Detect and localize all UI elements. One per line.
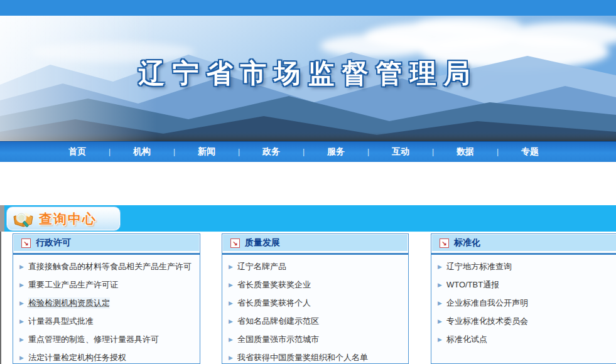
list-item: ▶检验检测机构资质认定: [19, 294, 200, 312]
nav-divider: |: [229, 147, 249, 156]
list-item: ▶直接接触食品的材料等食品相关产品生产许可: [19, 257, 200, 276]
nav-item-news[interactable]: 新闻: [185, 146, 229, 158]
list-item: ▶重点管理的制造、修理计量器具许可: [19, 330, 200, 348]
triangle-bullet-icon: ▶: [19, 264, 24, 270]
link-standardization-committee[interactable]: 专业标准化技术委员会: [446, 316, 528, 327]
link-list: ▶辽宁名牌产品 ▶省长质量奖获奖企业 ▶省长质量奖获将个人 ▶省知名品牌创建示范…: [222, 255, 408, 364]
panel-title: 质量发展: [245, 237, 280, 249]
nav-item-gov[interactable]: 政务: [249, 146, 293, 158]
panel-header: ↘ 标准化: [431, 234, 616, 252]
triangle-bullet-icon: ▶: [438, 264, 442, 270]
site-title: 辽宁省市场监督管理局: [0, 56, 616, 91]
list-item: ▶全国质量强市示范城市: [229, 330, 408, 348]
panel-title: 行政许可: [36, 237, 71, 249]
books-magnifier-icon: [12, 209, 35, 229]
link-industrial-product-license[interactable]: 重要工业产品生产许可证: [28, 279, 118, 291]
list-item: ▶我省获得中国质量奖组织和个人名单: [229, 348, 408, 364]
main-nav: 首页 | 机构 | 新闻 | 政务 | 服务 | 互动 | 数据 | 专题: [0, 141, 616, 162]
link-enterprise-standard-declaration[interactable]: 企业标准自我公开声明: [446, 297, 528, 309]
list-item: ▶辽宁地方标准查询: [438, 257, 616, 276]
link-famous-brand-demo-zone[interactable]: 省知名品牌创建示范区: [237, 316, 319, 327]
triangle-bullet-icon: ▶: [229, 282, 233, 288]
nav-divider: |: [99, 147, 120, 156]
link-list: ▶辽宁地方标准查询 ▶WTO/TBT通报 ▶企业标准自我公开声明 ▶专业标准化技…: [431, 255, 616, 348]
left-page-edge: [0, 232, 1, 364]
nav-divider: |: [358, 147, 379, 156]
nav-divider: |: [293, 147, 314, 156]
triangle-bullet-icon: ▶: [229, 336, 233, 343]
triangle-bullet-icon: ▶: [19, 300, 24, 306]
list-item: ▶企业标准自我公开声明: [438, 294, 616, 312]
panel-quality-development: ↘ 质量发展 ▶辽宁名牌产品 ▶省长质量奖获奖企业 ▶省长质量奖获将个人 ▶省知…: [222, 233, 409, 364]
list-item: ▶专业标准化技术委员会: [438, 312, 616, 330]
red-arrow-icon: ↘: [230, 238, 240, 248]
nav-item-service[interactable]: 服务: [314, 146, 358, 158]
panel-administrative-licensing: ↘ 行政许可 ▶直接接触食品的材料等食品相关产品生产许可 ▶重要工业产品生产许可…: [13, 233, 200, 364]
red-arrow-icon: ↘: [440, 238, 449, 248]
link-food-contact-materials[interactable]: 直接接触食品的材料等食品相关产品生产许可: [28, 261, 192, 272]
link-standardization-pilot[interactable]: 标准化试点: [446, 334, 487, 345]
link-national-quality-city[interactable]: 全国质量强市示范城市: [237, 334, 319, 345]
link-measuring-instrument-approval[interactable]: 计量器具型式批准: [28, 316, 94, 327]
nav-divider: |: [487, 147, 508, 156]
link-measuring-instrument-license[interactable]: 重点管理的制造、修理计量器具许可: [28, 334, 159, 345]
triangle-bullet-icon: ▶: [438, 336, 442, 343]
triangle-bullet-icon: ▶: [19, 336, 24, 343]
nav-item-special[interactable]: 专题: [508, 146, 552, 158]
nav-divider: |: [164, 147, 185, 156]
triangle-bullet-icon: ▶: [19, 318, 24, 324]
list-item: ▶辽宁名牌产品: [229, 257, 408, 276]
triangle-bullet-icon: ▶: [438, 318, 442, 324]
triangle-bullet-icon: ▶: [19, 355, 24, 361]
list-item: ▶计量器具型式批准: [19, 312, 200, 330]
tab-query-center[interactable]: 查询中心: [6, 206, 121, 231]
triangle-bullet-icon: ▶: [438, 300, 442, 306]
link-governor-quality-award-enterprises[interactable]: 省长质量奖获奖企业: [237, 279, 311, 291]
triangle-bullet-icon: ▶: [229, 318, 233, 324]
triangle-bullet-icon: ▶: [229, 264, 233, 270]
panel-standardization: ↘ 标准化 ▶辽宁地方标准查询 ▶WTO/TBT通报 ▶企业标准自我公开声明 ▶…: [431, 233, 616, 364]
panel-header: ↘ 质量发展: [222, 234, 408, 252]
left-gray-strip: [0, 205, 4, 232]
link-metrology-verification-authorization[interactable]: 法定计量检定机构任务授权: [28, 352, 126, 363]
nav-item-interact[interactable]: 互动: [379, 146, 423, 158]
triangle-bullet-icon: ▶: [19, 282, 24, 288]
nav-item-home[interactable]: 首页: [55, 146, 99, 158]
link-liaoning-famous-brand[interactable]: 辽宁名牌产品: [237, 261, 286, 272]
site-banner: 辽宁省市场监督管理局: [0, 16, 616, 141]
nav-item-data[interactable]: 数据: [443, 146, 487, 158]
triangle-bullet-icon: ▶: [229, 355, 233, 361]
list-item: ▶省长质量奖获将个人: [229, 294, 408, 312]
link-list: ▶直接接触食品的材料等食品相关产品生产许可 ▶重要工业产品生产许可证 ▶检验检测…: [13, 255, 200, 364]
top-bar: [0, 0, 616, 16]
red-arrow-icon: ↘: [21, 238, 31, 248]
nav-item-org[interactable]: 机构: [120, 146, 164, 158]
query-center-label: 查询中心: [39, 210, 97, 228]
list-item: ▶标准化试点: [438, 330, 616, 348]
panel-title: 标准化: [454, 237, 480, 249]
link-local-standard-query[interactable]: 辽宁地方标准查询: [446, 261, 512, 272]
triangle-bullet-icon: ▶: [438, 282, 442, 288]
list-item: ▶WTO/TBT通报: [438, 276, 616, 294]
link-governor-quality-award-individuals[interactable]: 省长质量奖获将个人: [237, 297, 311, 309]
link-wto-tbt-notification[interactable]: WTO/TBT通报: [446, 279, 499, 291]
panel-header: ↘ 行政许可: [13, 234, 200, 252]
list-item: ▶重要工业产品生产许可证: [19, 276, 200, 294]
link-inspection-agency-qualification[interactable]: 检验检测机构资质认定: [28, 297, 110, 309]
list-item: ▶法定计量检定机构任务授权: [19, 348, 200, 364]
nav-divider: |: [423, 147, 443, 156]
triangle-bullet-icon: ▶: [229, 300, 233, 306]
list-item: ▶省长质量奖获奖企业: [229, 276, 408, 294]
link-china-quality-award-list[interactable]: 我省获得中国质量奖组织和个人名单: [237, 352, 368, 363]
list-item: ▶省知名品牌创建示范区: [229, 312, 408, 330]
